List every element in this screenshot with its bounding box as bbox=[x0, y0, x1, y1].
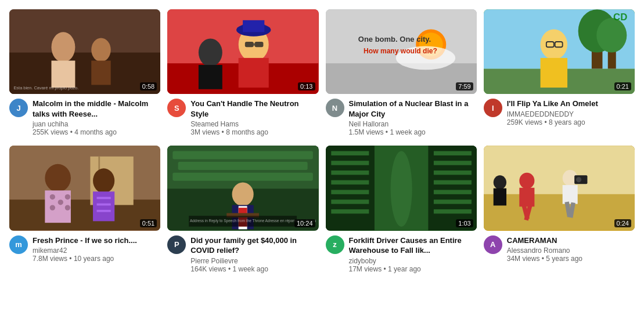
svg-rect-12 bbox=[243, 20, 264, 32]
video-title-6: Did your family get $40,000 in COVID rel… bbox=[190, 235, 318, 256]
video-title-7: Forklift Driver Causes an Entire Warehou… bbox=[349, 235, 477, 256]
svg-rect-52 bbox=[97, 210, 111, 212]
video-info-1: J Malcolm in the middle - Malcolm talks … bbox=[9, 99, 160, 136]
video-stats-3: 1.5M views • 1 week ago bbox=[349, 128, 477, 136]
svg-point-48 bbox=[93, 169, 114, 194]
channel-name-1: juan uchiha bbox=[33, 120, 160, 128]
svg-point-41 bbox=[45, 164, 71, 192]
svg-rect-81 bbox=[433, 190, 471, 194]
svg-text:Esta bien. Cavaré mi propio po: Esta bien. Cavaré mi propio pozo. bbox=[13, 85, 78, 90]
svg-rect-94 bbox=[562, 186, 577, 205]
svg-point-59 bbox=[232, 183, 254, 206]
svg-rect-14 bbox=[255, 42, 264, 47]
video-card-2[interactable]: 0:13 S You Can't Handle The Neutron Styl… bbox=[167, 9, 318, 136]
svg-point-44 bbox=[58, 200, 63, 205]
svg-point-85 bbox=[390, 151, 412, 227]
thumbnail-6[interactable]: Address in Reply to Speech from the Thro… bbox=[167, 146, 318, 230]
thumbnail-image-8 bbox=[484, 146, 635, 230]
video-info-6: P Did your family get $40,000 in COVID r… bbox=[167, 235, 318, 273]
svg-rect-10 bbox=[239, 58, 269, 88]
video-card-7[interactable]: 1:03 z Forklift Driver Causes an Entire … bbox=[326, 146, 477, 273]
duration-badge-7: 1:03 bbox=[456, 219, 473, 227]
svg-rect-79 bbox=[433, 171, 471, 175]
channel-avatar-6: P bbox=[167, 235, 186, 254]
svg-rect-19 bbox=[326, 63, 477, 94]
svg-rect-71 bbox=[331, 171, 369, 175]
thumbnail-3[interactable]: One bomb. One city. How many would die? … bbox=[326, 9, 477, 94]
video-card-1[interactable]: Esta bien. Cavaré mi propio pozo. 0:58 J… bbox=[9, 9, 160, 136]
channel-name-4: IMMAEDEDDNEDDY bbox=[507, 110, 635, 118]
video-meta-3: Simulation of a Nuclear Blast in a Major… bbox=[349, 99, 477, 136]
svg-rect-77 bbox=[433, 151, 471, 155]
thumbnail-image-1: Esta bien. Cavaré mi propio pozo. bbox=[9, 9, 160, 94]
video-stats-7: 17M views • 1 year ago bbox=[349, 265, 477, 273]
svg-rect-68 bbox=[326, 146, 375, 231]
svg-text:How many would die?: How many would die? bbox=[364, 47, 437, 55]
video-card-6[interactable]: Address in Reply to Speech from the Thro… bbox=[167, 146, 318, 273]
svg-rect-3 bbox=[51, 61, 75, 88]
video-info-5: m Fresh Prince - If we so rich.... mikem… bbox=[9, 235, 160, 263]
video-stats-1: 255K views • 4 months ago bbox=[33, 128, 160, 136]
svg-rect-17 bbox=[199, 65, 222, 89]
svg-rect-33 bbox=[540, 58, 567, 88]
channel-avatar-8: A bbox=[484, 235, 502, 254]
channel-name-5: mikemar42 bbox=[33, 246, 160, 255]
video-meta-2: You Can't Handle The Neutron Style Steam… bbox=[190, 99, 318, 136]
video-title-2: You Can't Handle The Neutron Style bbox=[190, 99, 318, 119]
thumbnail-image-5 bbox=[9, 146, 160, 230]
channel-avatar-7: z bbox=[326, 235, 344, 254]
duration-badge-8: 0:24 bbox=[614, 219, 631, 227]
thumbnail-image-3: One bomb. One city. How many would die? bbox=[326, 9, 477, 94]
svg-rect-73 bbox=[331, 190, 369, 194]
video-stats-2: 3M views • 8 months ago bbox=[190, 128, 318, 136]
svg-rect-57 bbox=[178, 162, 308, 171]
svg-rect-69 bbox=[331, 151, 369, 155]
svg-point-2 bbox=[51, 32, 75, 62]
duration-badge-2: 0:13 bbox=[298, 82, 315, 90]
svg-rect-72 bbox=[331, 180, 369, 184]
channel-name-7: zidyboby bbox=[349, 257, 477, 265]
video-grid: Esta bien. Cavaré mi propio pozo. 0:58 J… bbox=[9, 9, 635, 273]
video-meta-6: Did your family get $40,000 in COVID rel… bbox=[190, 235, 318, 273]
thumbnail-4[interactable]: CD 0:21 bbox=[484, 9, 635, 94]
video-card-8[interactable]: 0:24 A CAMERAMAN Alessandro Romano 34M v… bbox=[484, 146, 635, 273]
svg-text:One bomb. One city.: One bomb. One city. bbox=[358, 35, 430, 43]
video-title-1: Malcolm in the middle - Malcolm talks wi… bbox=[33, 99, 160, 119]
video-meta-1: Malcolm in the middle - Malcolm talks wi… bbox=[33, 99, 160, 136]
thumbnail-1[interactable]: Esta bien. Cavaré mi propio pozo. 0:58 bbox=[9, 9, 160, 94]
video-card-4[interactable]: CD 0:21 I I'll Flip Ya Like An Omelet IM… bbox=[484, 9, 635, 136]
svg-rect-90 bbox=[519, 188, 534, 207]
thumbnail-image-4: CD bbox=[484, 9, 635, 94]
thumbnail-7[interactable]: 1:03 bbox=[326, 146, 477, 230]
svg-rect-80 bbox=[433, 180, 471, 184]
svg-rect-50 bbox=[97, 197, 111, 200]
video-meta-4: I'll Flip Ya Like An Omelet IMMAEDEDDNED… bbox=[507, 99, 635, 126]
video-card-5[interactable]: 0:51 m Fresh Prince - If we so rich.... … bbox=[9, 146, 160, 273]
video-info-2: S You Can't Handle The Neutron Style Ste… bbox=[167, 99, 318, 136]
video-card-3[interactable]: One bomb. One city. How many would die? … bbox=[326, 9, 477, 136]
svg-point-4 bbox=[91, 38, 110, 61]
svg-rect-76 bbox=[428, 146, 477, 231]
svg-point-47 bbox=[65, 205, 70, 211]
svg-point-96 bbox=[576, 177, 581, 183]
svg-rect-78 bbox=[433, 161, 471, 165]
channel-avatar-3: N bbox=[326, 99, 344, 117]
svg-point-46 bbox=[50, 205, 55, 211]
duration-badge-6: 10:24 bbox=[294, 219, 315, 227]
video-info-8: A CAMERAMAN Alessandro Romano 34M views … bbox=[484, 235, 635, 263]
svg-rect-49 bbox=[93, 192, 114, 222]
svg-rect-51 bbox=[97, 204, 111, 206]
video-stats-4: 259K views • 8 years ago bbox=[507, 118, 635, 126]
svg-rect-74 bbox=[331, 200, 369, 204]
svg-rect-58 bbox=[173, 173, 314, 181]
thumbnail-5[interactable]: 0:51 bbox=[9, 146, 160, 230]
video-title-3: Simulation of a Nuclear Blast in a Major… bbox=[349, 99, 477, 119]
svg-rect-83 bbox=[433, 209, 471, 213]
channel-avatar-2: S bbox=[167, 99, 186, 117]
svg-point-99 bbox=[493, 176, 506, 190]
svg-rect-15 bbox=[254, 43, 255, 46]
thumbnail-8[interactable]: 0:24 bbox=[484, 146, 635, 230]
video-stats-8: 34M views • 5 years ago bbox=[507, 255, 635, 263]
thumbnail-2[interactable]: 0:13 bbox=[167, 9, 318, 94]
video-info-4: I I'll Flip Ya Like An Omelet IMMAEDEDDN… bbox=[484, 99, 635, 126]
